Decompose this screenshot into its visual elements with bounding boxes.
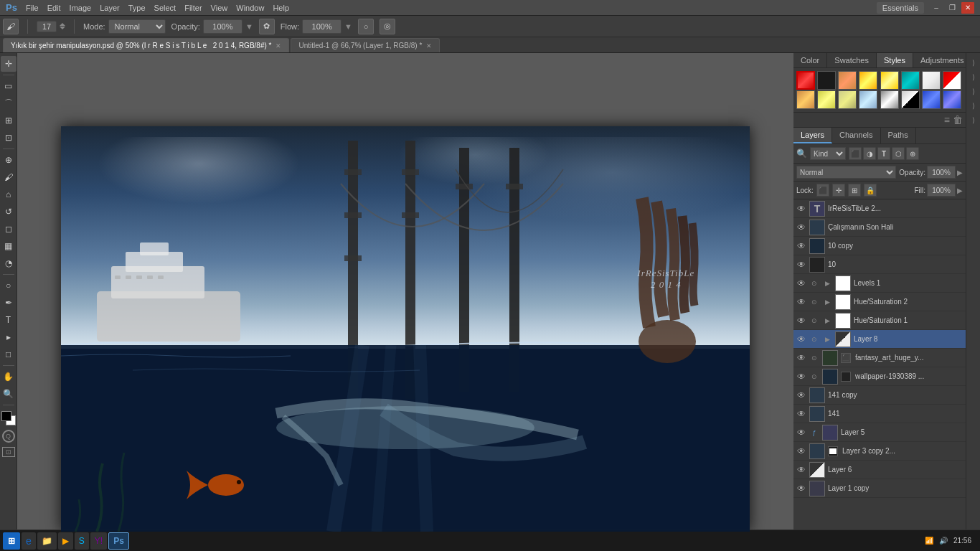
- tab-paths[interactable]: Paths: [881, 128, 916, 143]
- lock-pixel-icon[interactable]: ⬛: [816, 184, 829, 197]
- blur-tool[interactable]: ◔: [1, 255, 17, 271]
- style-swatch-1[interactable]: [796, 71, 815, 90]
- opacity-input[interactable]: [927, 166, 956, 179]
- layer-visibility-toggle[interactable]: 👁: [796, 353, 806, 363]
- tab-adjustments[interactable]: Adjustments: [913, 53, 966, 67]
- layer-item[interactable]: 👁 ƒ Layer 5: [793, 423, 966, 442]
- shape-tool[interactable]: □: [1, 347, 17, 362]
- brush-tool[interactable]: 🖌: [1, 169, 17, 185]
- style-swatch-7[interactable]: [922, 71, 941, 90]
- history-brush-tool[interactable]: ↺: [1, 204, 17, 220]
- brush-size-arrows[interactable]: [60, 23, 65, 29]
- brush-tool-icon[interactable]: 🖌: [3, 19, 19, 34]
- style-swatch-12[interactable]: [859, 90, 877, 109]
- brush-size-value[interactable]: 17: [37, 21, 57, 32]
- style-swatch-15[interactable]: [922, 90, 941, 109]
- layer-visibility-toggle[interactable]: 👁: [796, 204, 806, 214]
- style-swatch-3[interactable]: [838, 71, 857, 90]
- zoom-tool[interactable]: 🔍: [1, 386, 17, 402]
- layer-visibility-toggle[interactable]: 👁: [796, 372, 806, 382]
- taskbar-yahoo[interactable]: Y!: [90, 532, 107, 550]
- style-swatch-9[interactable]: [796, 90, 815, 109]
- gradient-tool[interactable]: ▦: [1, 238, 17, 254]
- path-select-tool[interactable]: ▸: [1, 329, 17, 345]
- minimize-button[interactable]: –: [930, 2, 943, 14]
- type-tool[interactable]: T: [1, 312, 17, 328]
- screen-mode-button[interactable]: ⊡: [2, 447, 15, 457]
- lasso-tool[interactable]: ⌒: [1, 95, 17, 111]
- start-button[interactable]: ⊞: [3, 532, 20, 550]
- blend-mode-select[interactable]: Normal Multiply Screen Overlay: [796, 166, 896, 179]
- tab-color[interactable]: Color: [793, 53, 827, 67]
- dodge-tool[interactable]: ○: [1, 278, 17, 293]
- pen-tool[interactable]: ✒: [1, 295, 17, 311]
- foreground-color[interactable]: [1, 411, 11, 421]
- opacity-arrow[interactable]: ▶: [957, 169, 963, 176]
- layer-visibility-toggle[interactable]: 👁: [796, 222, 806, 232]
- layer-item[interactable]: 👁 Layer 3 copy 2...: [793, 442, 966, 461]
- tab-styles[interactable]: Styles: [877, 53, 913, 67]
- layer-visibility-toggle[interactable]: 👁: [796, 278, 806, 288]
- layer-item[interactable]: 👁 10: [793, 255, 966, 274]
- kind-pixel-icon[interactable]: ⬛: [849, 147, 862, 160]
- doc-tab-main[interactable]: Yıkık bir şehir manipulasyon.psd @ 50% (…: [3, 38, 289, 52]
- lock-position-icon[interactable]: ✛: [832, 184, 845, 197]
- taskbar-ps[interactable]: Ps: [108, 532, 129, 550]
- layer-item[interactable]: 👁 ⊙ wallpaper-1930389 ...: [793, 367, 966, 386]
- menu-view[interactable]: View: [211, 4, 228, 12]
- quick-mask-button[interactable]: Q: [2, 430, 15, 443]
- tab-channels[interactable]: Channels: [832, 128, 880, 143]
- pen-pressure-icon[interactable]: ◎: [380, 19, 395, 34]
- kind-smart-icon[interactable]: ⊕: [906, 147, 919, 160]
- close-button[interactable]: ✕: [961, 2, 974, 14]
- layer-visibility-toggle[interactable]: 👁: [796, 409, 806, 419]
- move-tool[interactable]: ✛: [1, 56, 17, 72]
- hand-tool[interactable]: ✋: [1, 369, 17, 385]
- flow-input[interactable]: [302, 19, 341, 34]
- menu-edit[interactable]: Edit: [47, 4, 61, 12]
- collapse-icon-2[interactable]: ⟩: [967, 70, 980, 83]
- taskbar-media[interactable]: ▶: [58, 532, 73, 550]
- taskbar-files[interactable]: 📁: [37, 532, 57, 550]
- layer-visibility-toggle[interactable]: 👁: [796, 390, 806, 400]
- taskbar-skype[interactable]: S: [75, 532, 89, 550]
- lock-artboard-icon[interactable]: ⊞: [848, 184, 861, 197]
- menu-help[interactable]: Help: [273, 4, 289, 12]
- spot-heal-tool[interactable]: ⊕: [1, 152, 17, 168]
- opacity-input[interactable]: [203, 19, 242, 34]
- layer-visibility-toggle[interactable]: 👁: [796, 465, 806, 475]
- collapse-icon-3[interactable]: ⟩: [967, 85, 980, 98]
- layer-visibility-toggle[interactable]: 👁: [796, 260, 806, 270]
- collapse-icon-4[interactable]: ⟩: [967, 99, 980, 112]
- flow-toggle[interactable]: ▼: [344, 22, 352, 31]
- layer-visibility-toggle[interactable]: 👁: [796, 334, 806, 344]
- foreground-background-colors[interactable]: [1, 411, 16, 425]
- style-swatch-4[interactable]: [859, 71, 877, 90]
- styles-delete-icon[interactable]: 🗑: [953, 114, 963, 126]
- styles-options-icon[interactable]: ≡: [944, 114, 950, 126]
- restore-button[interactable]: ❐: [946, 2, 958, 14]
- menu-image[interactable]: Image: [70, 4, 92, 12]
- layer-visibility-toggle[interactable]: 👁: [796, 241, 806, 251]
- layer-item[interactable]: 👁 ⊙ ▶ Levels 1: [793, 274, 966, 293]
- doc-tab-untitled-close[interactable]: ✕: [426, 42, 432, 50]
- layer-item[interactable]: 👁 Layer 6: [793, 461, 966, 479]
- kind-type-icon[interactable]: T: [877, 147, 890, 160]
- style-swatch-2[interactable]: [817, 71, 836, 90]
- rectangle-select-tool[interactable]: ▭: [1, 78, 17, 94]
- layer-item[interactable]: 👁 141 copy: [793, 386, 966, 405]
- layer-item[interactable]: 👁 T IrReSisTibLe 2...: [793, 199, 966, 218]
- layer-visibility-toggle[interactable]: 👁: [796, 297, 806, 307]
- style-swatch-10[interactable]: [817, 90, 836, 109]
- kind-adjust-icon[interactable]: ◑: [863, 147, 876, 160]
- doc-tab-untitled[interactable]: Untitled-1 @ 66,7% (Layer 1, RGB/8) * ✕: [291, 38, 440, 52]
- layer-item[interactable]: 👁 ⊙ ▶ Layer 8: [793, 330, 966, 349]
- layer-item[interactable]: 👁 141: [793, 405, 966, 423]
- style-swatch-13[interactable]: [880, 90, 899, 109]
- layer-visibility-toggle[interactable]: 👁: [796, 446, 806, 456]
- fill-input[interactable]: [927, 184, 956, 197]
- mode-select[interactable]: Normal Multiply Screen: [108, 19, 166, 34]
- style-swatch-14[interactable]: [901, 90, 920, 109]
- lock-all-icon[interactable]: 🔒: [864, 184, 877, 197]
- fill-arrow[interactable]: ▶: [957, 187, 963, 194]
